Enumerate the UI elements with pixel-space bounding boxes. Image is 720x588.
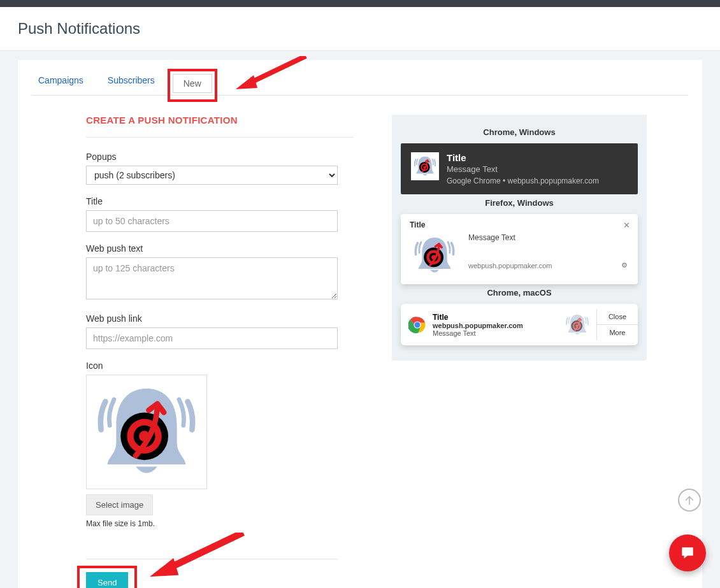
bell-target-icon	[410, 233, 459, 278]
page-header: Push Notifications	[0, 7, 720, 51]
tabs: Campaigns Subscribers New	[32, 60, 688, 96]
form-heading: CREATE A PUSH NOTIFICATION	[86, 115, 354, 138]
preview-source: webpush.popupmaker.com	[433, 322, 558, 329]
link-label: Web push link	[86, 313, 354, 324]
page-title: Push Notifications	[18, 20, 702, 38]
file-size-hint: Max file size is 1mb.	[86, 519, 354, 528]
more-button[interactable]: More	[597, 324, 638, 340]
link-input[interactable]	[86, 327, 338, 349]
preview-message: Message Text	[468, 233, 629, 242]
preview-title: Title	[433, 313, 558, 322]
close-icon[interactable]: ✕	[623, 220, 630, 230]
bell-target-icon	[92, 378, 201, 486]
title-label: Title	[86, 196, 354, 206]
bell-target-icon	[411, 152, 439, 180]
annotation-arrow-send	[150, 533, 252, 584]
icon-preview	[86, 375, 207, 489]
gear-icon[interactable]: ⚙	[621, 261, 628, 269]
preview-chrome-windows: Title Message Text Google Chrome • webpu…	[401, 143, 638, 194]
bell-target-icon	[565, 312, 590, 338]
arrow-up-icon	[684, 495, 695, 505]
preview-message: Message Text	[447, 164, 599, 174]
preview-firefox-windows: Title ✕ Message Text webpush.popupmaker.…	[401, 214, 638, 284]
chat-icon	[679, 545, 696, 561]
tab-subscribers[interactable]: Subscribers	[101, 71, 161, 95]
preview-message: Message Text	[433, 329, 558, 337]
preview-source: Google Chrome • webpush.popupmaker.com	[447, 176, 599, 185]
text-textarea[interactable]	[86, 257, 338, 299]
preview-title: Title	[410, 220, 629, 229]
close-button[interactable]: Close	[597, 309, 638, 324]
firefox-win-label: Firefox, Windows	[401, 198, 638, 208]
top-nav-bar	[0, 0, 720, 7]
chat-button[interactable]	[669, 534, 706, 571]
previews-panel: Chrome, Windows Title Message Text Googl…	[392, 115, 647, 361]
tab-new[interactable]: New	[173, 74, 212, 93]
chrome-logo-icon	[408, 316, 426, 334]
popups-label: Popups	[86, 152, 354, 162]
tab-campaigns[interactable]: Campaigns	[32, 71, 90, 95]
select-image-button[interactable]: Select image	[86, 494, 153, 515]
scroll-to-top-button[interactable]	[678, 489, 701, 512]
preview-title: Title	[447, 152, 599, 163]
title-input[interactable]	[86, 210, 338, 232]
chrome-win-label: Chrome, Windows	[401, 127, 638, 137]
main-panel: Campaigns Subscribers New CREATE A PUSH …	[18, 60, 702, 588]
preview-chrome-macos: Title webpush.popupmaker.com Message Tex…	[401, 304, 638, 345]
annotation-arrow-new	[236, 56, 312, 94]
icon-label: Icon	[86, 361, 354, 371]
chrome-mac-label: Chrome, macOS	[401, 288, 638, 298]
create-form: CREATE A PUSH NOTIFICATION Popups push (…	[86, 115, 354, 588]
send-button[interactable]: Send	[86, 572, 128, 588]
preview-source: webpush.popupmaker.com	[468, 262, 552, 269]
popups-select[interactable]: push (2 subscribers)	[86, 166, 338, 185]
text-label: Web push text	[86, 243, 354, 254]
